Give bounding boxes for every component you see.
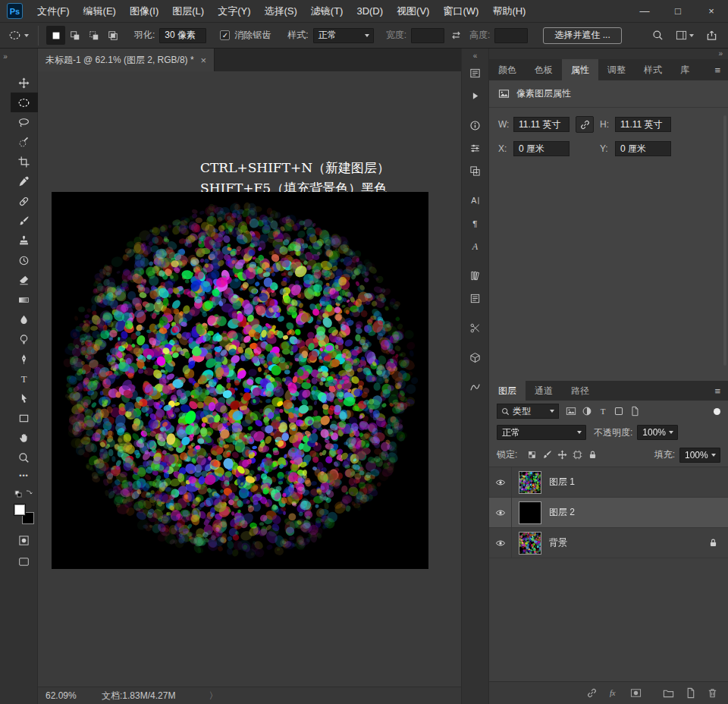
menu-item-type[interactable]: 文字(Y): [211, 0, 257, 23]
document-artboard[interactable]: [52, 192, 428, 569]
share-icon[interactable]: [706, 30, 717, 41]
type-filter-icon[interactable]: T: [598, 406, 608, 416]
dock-icon-adjust-sliders[interactable]: [462, 137, 489, 159]
height-field[interactable]: 11.11 英寸: [615, 117, 671, 132]
smart-filter-icon[interactable]: [629, 406, 640, 416]
x-field[interactable]: 0 厘米: [513, 141, 570, 156]
document-canvas[interactable]: [52, 192, 428, 569]
fill-input[interactable]: 100%: [679, 448, 720, 463]
delete-layer-button[interactable]: [707, 687, 718, 699]
dock-icon-paragraph[interactable]: ¶: [462, 212, 489, 234]
blend-mode-select[interactable]: 正常: [497, 425, 586, 440]
dock-icon-timeline[interactable]: [462, 376, 489, 398]
tab-channels[interactable]: 通道: [526, 381, 562, 401]
tab-adjustments[interactable]: 调整: [598, 59, 635, 80]
layer-row-2[interactable]: 图层 2: [489, 498, 728, 528]
quick-mask-button[interactable]: [11, 530, 38, 550]
dock-icon-scissors[interactable]: [462, 316, 489, 339]
link-layers-button[interactable]: [586, 687, 598, 699]
maximize-button[interactable]: □: [661, 0, 695, 22]
antialias-checkbox[interactable]: ✓: [220, 30, 230, 40]
filter-toggle-icon[interactable]: [714, 408, 720, 415]
menu-item-layer[interactable]: 图层(L): [165, 0, 211, 23]
dock-icon-character[interactable]: A: [462, 189, 489, 212]
tool-zoom[interactable]: [11, 448, 38, 467]
tool-path-select[interactable]: [11, 388, 38, 408]
tool-clone-stamp[interactable]: [11, 231, 38, 250]
width-field[interactable]: 11.11 英寸: [513, 117, 570, 132]
adjustment-filter-icon[interactable]: [582, 406, 592, 416]
tool-eraser[interactable]: [11, 270, 38, 290]
tool-type[interactable]: T: [11, 369, 38, 388]
tool-dodge[interactable]: [11, 329, 38, 349]
layer-filter-select[interactable]: 类型: [497, 404, 559, 419]
tool-healing[interactable]: [11, 191, 38, 211]
dock-icon-clone-source[interactable]: [462, 159, 489, 182]
menu-item-view[interactable]: 视图(V): [390, 0, 436, 23]
tool-blur[interactable]: [11, 310, 38, 329]
layer-visibility-toggle[interactable]: [489, 467, 512, 497]
document-size-info[interactable]: 文档:1.83M/4.27M: [102, 690, 175, 702]
layer-thumbnail[interactable]: [519, 471, 541, 494]
shape-filter-icon[interactable]: [613, 406, 624, 416]
swap-width-height-icon[interactable]: [450, 30, 462, 41]
menu-item-filter[interactable]: 滤镜(T): [304, 0, 350, 23]
tool-rectangle[interactable]: [11, 408, 38, 428]
dock-icon-paragraph-styles[interactable]: [462, 287, 489, 310]
menu-item-edit[interactable]: 编辑(E): [77, 0, 123, 23]
style-select[interactable]: 正常: [313, 28, 374, 43]
lock-position-icon[interactable]: [557, 450, 567, 460]
layer-visibility-toggle[interactable]: [489, 528, 512, 558]
layer-thumbnail[interactable]: [519, 532, 541, 555]
tab-paths[interactable]: 路径: [562, 381, 598, 401]
toolbar-collapse-rail[interactable]: »: [0, 49, 11, 704]
status-options-chevron-icon[interactable]: 〉: [209, 690, 218, 702]
close-button[interactable]: ×: [695, 0, 728, 22]
menu-item-select[interactable]: 选择(S): [257, 0, 303, 23]
subtract-selection-button[interactable]: [84, 26, 103, 45]
screen-mode-button[interactable]: [11, 552, 38, 571]
tool-preset-picker[interactable]: [6, 26, 39, 46]
dock-icon-history[interactable]: [462, 61, 489, 84]
tool-gradient[interactable]: [11, 290, 38, 310]
new-layer-button[interactable]: [685, 687, 696, 699]
lock-pixels-icon[interactable]: [542, 450, 552, 460]
tools-more-icon[interactable]: •••: [19, 467, 28, 484]
tab-styles[interactable]: 样式: [635, 59, 671, 80]
layer-effects-button[interactable]: fx: [608, 687, 620, 699]
minimize-button[interactable]: —: [628, 0, 661, 22]
layer-row-1[interactable]: 图层 1: [489, 467, 728, 498]
workspace-switcher[interactable]: [676, 30, 694, 41]
zoom-level-field[interactable]: 62.09%: [46, 690, 85, 701]
tab-libraries[interactable]: 库: [671, 59, 698, 80]
layer-mask-button[interactable]: [630, 687, 642, 699]
tab-color[interactable]: 颜色: [489, 59, 526, 80]
tool-move[interactable]: [11, 73, 38, 93]
layer-thumbnail[interactable]: [519, 501, 541, 524]
dock-icon-library[interactable]: [462, 264, 489, 287]
tool-eyedropper[interactable]: [11, 171, 38, 191]
tab-properties[interactable]: 属性: [562, 59, 598, 80]
dock-expand-icon[interactable]: «: [473, 51, 478, 61]
opacity-input[interactable]: 100%: [637, 425, 678, 440]
menu-item-3d[interactable]: 3D(D): [350, 0, 390, 23]
layers-panel-menu-icon[interactable]: ≡: [707, 381, 728, 401]
foreground-color-swatch[interactable]: [14, 504, 26, 516]
tool-lasso[interactable]: [11, 112, 38, 132]
add-selection-button[interactable]: [65, 26, 84, 45]
layer-group-button[interactable]: [663, 687, 674, 699]
properties-panel-menu-icon[interactable]: ≡: [707, 59, 728, 80]
dock-icon-actions[interactable]: [462, 84, 489, 107]
height-input[interactable]: [494, 28, 528, 43]
dock-icon-glyphs[interactable]: A: [462, 234, 489, 257]
tool-crop[interactable]: [11, 152, 38, 171]
width-input[interactable]: [411, 28, 444, 43]
panels-collapse-strip[interactable]: »: [489, 49, 728, 59]
dock-icon-threed[interactable]: [462, 346, 489, 369]
menu-item-image[interactable]: 图像(I): [123, 0, 165, 23]
color-swatches[interactable]: [14, 504, 34, 524]
layer-row-3[interactable]: 背景: [489, 528, 728, 558]
menu-item-help[interactable]: 帮助(H): [485, 0, 532, 23]
tab-swatches[interactable]: 色板: [526, 59, 562, 80]
tool-hand[interactable]: [11, 428, 38, 448]
